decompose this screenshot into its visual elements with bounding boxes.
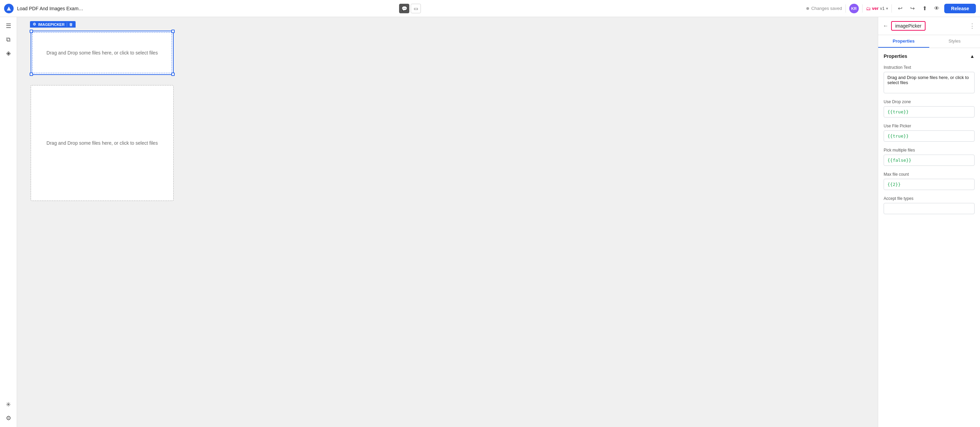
release-button[interactable]: Release — [944, 4, 976, 13]
component-name: imagePicker — [895, 23, 921, 29]
widget-1-container: ⚙ IMAGEPICKER 🗑 Drag and Drop some files… — [31, 31, 173, 75]
prop-use-file-picker: Use File Picker {{true}} — [884, 124, 975, 142]
instruction-text-input[interactable]: Drag and Drop some files here, or click … — [884, 72, 975, 93]
widget1-text: Drag and Drop some files here, or click … — [40, 43, 165, 62]
prop-accept-types-label: Accept file types — [884, 196, 975, 201]
comment-icon-btn[interactable]: 💬 — [399, 4, 409, 13]
handle-bl[interactable] — [30, 73, 33, 76]
prop-pick-multiple: Pick multiple files {{false}} — [884, 148, 975, 166]
tab-styles[interactable]: Styles — [929, 35, 980, 48]
multiple-files-input[interactable]: {{false}} — [884, 155, 975, 166]
main-layout: ☰ ⧉ ◈ ✳ ⚙ ⚙ IMAGEPICKER 🗑 Drag and Drop … — [0, 17, 980, 427]
prop-file-picker-label: Use File Picker — [884, 124, 975, 128]
status-dot — [807, 7, 809, 10]
undo-button[interactable]: ↩ — [895, 4, 905, 13]
project-title: Load PDF And Images Exam… — [17, 6, 396, 11]
file-picker-input[interactable]: {{true}} — [884, 131, 975, 142]
widget-delete-icon[interactable]: 🗑 — [69, 22, 73, 27]
topbar-view-icons: 💬 ▭ — [399, 4, 421, 13]
handle-tr[interactable] — [171, 30, 175, 33]
widget2-text: Drag and Drop some files here, or click … — [40, 134, 165, 153]
accept-types-input[interactable] — [884, 203, 975, 214]
right-panel-body: Properties ▲ Instruction Text Drag and D… — [878, 48, 980, 220]
divider-3 — [891, 5, 892, 13]
sidebar-item-pages[interactable]: ☰ — [2, 20, 14, 32]
ver-label: ver — [872, 6, 879, 11]
version-selector[interactable]: 🗂 ver v1 ▾ — [866, 6, 888, 11]
preview-button[interactable]: 👁 — [932, 4, 942, 13]
status-text: Changes saved — [811, 6, 842, 11]
left-sidebar: ☰ ⧉ ◈ ✳ ⚙ — [0, 17, 17, 427]
tab-properties[interactable]: Properties — [878, 35, 929, 48]
prop-max-count-label: Max file count — [884, 172, 975, 177]
widget-label-text: IMAGEPICKER — [38, 22, 65, 27]
prop-use-drop-zone: Use Drop zone {{true}} — [884, 99, 975, 118]
drop-zone-input[interactable]: {{true}} — [884, 106, 975, 118]
topbar-actions: ↩ ↪ ⬆ 👁 Release — [895, 4, 976, 13]
widget-label-bar: ⚙ IMAGEPICKER 🗑 — [30, 21, 76, 27]
sidebar-item-components[interactable]: ◈ — [2, 47, 14, 59]
widget-2[interactable]: Drag and Drop some files here, or click … — [31, 85, 173, 201]
handle-br[interactable] — [171, 73, 175, 76]
frame-icon-btn[interactable]: ▭ — [410, 4, 421, 13]
right-panel-header: ← imagePicker ⋮ — [878, 17, 980, 35]
divider-2 — [862, 5, 862, 13]
max-count-input[interactable]: {{2}} — [884, 179, 975, 190]
widget-gear-icon: ⚙ — [33, 22, 36, 27]
prop-max-file-count: Max file count {{2}} — [884, 172, 975, 190]
right-panel-tabs: Properties Styles — [878, 35, 980, 48]
prop-instruction-label: Instruction Text — [884, 65, 975, 70]
avatar[interactable]: KR — [849, 4, 859, 13]
divider-1 — [845, 5, 846, 13]
right-panel: ← imagePicker ⋮ Properties Styles Proper… — [878, 17, 980, 427]
widget-selected[interactable]: Drag and Drop some files here, or click … — [31, 31, 173, 75]
handle-tl[interactable] — [30, 30, 33, 33]
prop-accept-types: Accept file types — [884, 196, 975, 214]
topbar: Load PDF And Images Exam… 💬 ▭ Changes sa… — [0, 0, 980, 17]
sidebar-item-plugins[interactable]: ✳ — [2, 398, 14, 411]
canvas-area: ⚙ IMAGEPICKER 🗑 Drag and Drop some files… — [17, 17, 878, 427]
chevron-down-icon[interactable]: ▾ — [886, 6, 888, 11]
component-name-box: imagePicker — [891, 21, 926, 31]
sidebar-item-layers[interactable]: ⧉ — [2, 33, 14, 46]
app-logo[interactable] — [4, 4, 14, 13]
prop-instruction-text: Instruction Text Drag and Drop some file… — [884, 65, 975, 93]
save-status: Changes saved — [807, 6, 842, 11]
sidebar-item-settings[interactable]: ⚙ — [2, 412, 14, 424]
collapse-icon[interactable]: ▲ — [970, 53, 975, 59]
ver-num: v1 — [880, 6, 885, 11]
properties-section-title: Properties ▲ — [884, 53, 975, 59]
prop-multiple-label: Pick multiple files — [884, 148, 975, 153]
prop-drop-zone-label: Use Drop zone — [884, 99, 975, 104]
ver-icon: 🗂 — [866, 6, 871, 11]
more-options-icon[interactable]: ⋮ — [969, 22, 975, 30]
redo-button[interactable]: ↪ — [907, 4, 917, 13]
share-button[interactable]: ⬆ — [920, 4, 929, 13]
back-button[interactable]: ← — [883, 23, 888, 29]
label-separator — [67, 22, 67, 27]
